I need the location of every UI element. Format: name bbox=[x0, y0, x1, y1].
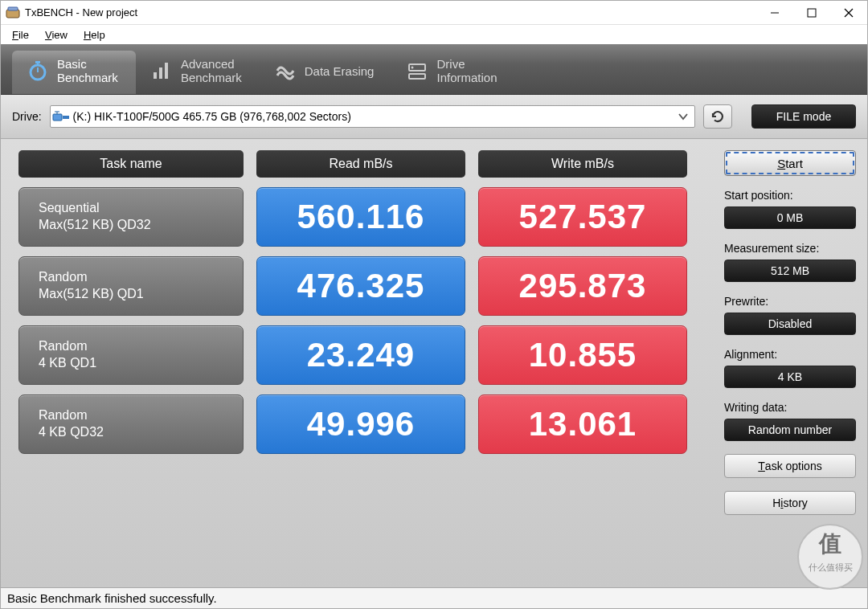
stopwatch-icon bbox=[27, 59, 49, 82]
menu-view[interactable]: View bbox=[37, 27, 76, 43]
tab-basic-l2: Benchmark bbox=[57, 71, 118, 84]
table-row: SequentialMax(512 KB) QD32 560.116 527.5… bbox=[18, 187, 716, 247]
start-position-label: Start position: bbox=[724, 189, 856, 202]
tab-drive-l1: Drive bbox=[436, 57, 465, 71]
svg-rect-17 bbox=[63, 116, 69, 119]
start-position-value[interactable]: 0 MB bbox=[724, 206, 856, 229]
tab-basic-benchmark[interactable]: BasicBenchmark bbox=[12, 51, 136, 94]
read-value[interactable]: 476.325 bbox=[256, 256, 465, 316]
tab-advanced-l1: Advanced bbox=[181, 57, 235, 71]
close-button[interactable] bbox=[830, 1, 867, 25]
table-row: Random4 KB QD1 23.249 10.855 bbox=[18, 325, 716, 385]
drive-icon bbox=[406, 59, 428, 82]
window-title: TxBENCH - New project bbox=[25, 6, 756, 18]
refresh-icon bbox=[710, 108, 726, 125]
task-random-4kb-qd1[interactable]: Random4 KB QD1 bbox=[18, 325, 244, 385]
results-table: Task name Read mB/s Write mB/s Sequentia… bbox=[1, 139, 724, 587]
col-write: Write mB/s bbox=[478, 150, 687, 178]
svg-rect-10 bbox=[154, 72, 157, 79]
status-text: Basic Benchmark finished successfully. bbox=[7, 591, 217, 605]
tab-advanced-benchmark[interactable]: AdvancedBenchmark bbox=[136, 51, 260, 94]
titlebar: TxBENCH - New project bbox=[1, 1, 867, 25]
tab-basic-l1: Basic bbox=[57, 57, 87, 71]
write-value[interactable]: 527.537 bbox=[478, 187, 687, 247]
sidebar: Start Start position: 0 MB Measurement s… bbox=[724, 139, 867, 587]
menubar: File View Help bbox=[1, 25, 867, 44]
chevron-down-icon bbox=[674, 107, 693, 126]
table-row: RandomMax(512 KB) QD1 476.325 295.873 bbox=[18, 256, 716, 316]
svg-rect-1 bbox=[8, 7, 18, 10]
write-value[interactable]: 13.061 bbox=[478, 394, 687, 454]
tab-drive-information[interactable]: DriveInformation bbox=[391, 51, 514, 94]
alignment-label: Alignment: bbox=[724, 348, 856, 361]
tab-drive-l2: Information bbox=[436, 71, 497, 84]
svg-rect-11 bbox=[159, 67, 162, 79]
tabstrip: BasicBenchmark AdvancedBenchmark Data Er… bbox=[1, 44, 867, 95]
svg-rect-15 bbox=[409, 74, 425, 79]
read-value[interactable]: 23.249 bbox=[256, 325, 465, 385]
svg-rect-16 bbox=[53, 114, 62, 121]
svg-rect-12 bbox=[165, 63, 168, 79]
external-drive-icon bbox=[52, 108, 70, 125]
svg-rect-3 bbox=[808, 9, 816, 17]
menu-file[interactable]: File bbox=[4, 27, 37, 43]
drive-selected-text: (K:) HIK-T100F/500G 465.75 GB (976,768,0… bbox=[73, 110, 674, 123]
task-sequential-qd32[interactable]: SequentialMax(512 KB) QD32 bbox=[18, 187, 244, 247]
menu-help[interactable]: Help bbox=[76, 27, 113, 43]
file-mode-button[interactable]: FILE mode bbox=[751, 104, 856, 129]
drive-select[interactable]: (K:) HIK-T100F/500G 465.75 GB (976,768,0… bbox=[50, 105, 695, 128]
maximize-button[interactable] bbox=[793, 1, 830, 25]
refresh-button[interactable] bbox=[703, 104, 732, 129]
measurement-size-label: Measurement size: bbox=[724, 242, 856, 255]
task-random-512kb-qd1[interactable]: RandomMax(512 KB) QD1 bbox=[18, 256, 244, 316]
prewrite-label: Prewrite: bbox=[724, 295, 856, 308]
start-button[interactable]: Start bbox=[724, 150, 856, 176]
main-area: Task name Read mB/s Write mB/s Sequentia… bbox=[1, 139, 867, 587]
app-icon bbox=[6, 6, 20, 19]
task-options-button[interactable]: Task options bbox=[724, 454, 856, 478]
results-header: Task name Read mB/s Write mB/s bbox=[18, 150, 716, 178]
col-read: Read mB/s bbox=[256, 150, 465, 178]
erase-icon bbox=[274, 59, 297, 82]
bar-chart-icon bbox=[150, 59, 173, 82]
drive-label: Drive: bbox=[12, 110, 42, 123]
writing-data-value[interactable]: Random number bbox=[724, 419, 856, 441]
svg-point-14 bbox=[411, 67, 414, 69]
read-value[interactable]: 49.996 bbox=[256, 394, 465, 454]
alignment-value[interactable]: 4 KB bbox=[724, 366, 856, 388]
status-bar: Basic Benchmark finished successfully. bbox=[1, 587, 867, 608]
measurement-size-value[interactable]: 512 MB bbox=[724, 260, 856, 282]
tab-data-erasing[interactable]: Data Erasing bbox=[260, 51, 392, 94]
write-value[interactable]: 10.855 bbox=[478, 325, 687, 385]
writing-data-label: Writing data: bbox=[724, 401, 856, 414]
task-random-4kb-qd32[interactable]: Random4 KB QD32 bbox=[18, 394, 244, 454]
col-task-name: Task name bbox=[18, 150, 244, 178]
write-value[interactable]: 295.873 bbox=[478, 256, 687, 316]
history-button[interactable]: History bbox=[724, 491, 856, 515]
tab-advanced-l2: Benchmark bbox=[181, 71, 242, 84]
minimize-button[interactable] bbox=[756, 1, 793, 25]
table-row: Random4 KB QD32 49.996 13.061 bbox=[18, 394, 716, 454]
tab-erase-l1: Data Erasing bbox=[305, 64, 375, 78]
drive-toolbar: Drive: (K:) HIK-T100F/500G 465.75 GB (97… bbox=[1, 95, 867, 139]
svg-rect-7 bbox=[35, 61, 40, 63]
read-value[interactable]: 560.116 bbox=[256, 187, 465, 247]
prewrite-value[interactable]: Disabled bbox=[724, 313, 856, 335]
